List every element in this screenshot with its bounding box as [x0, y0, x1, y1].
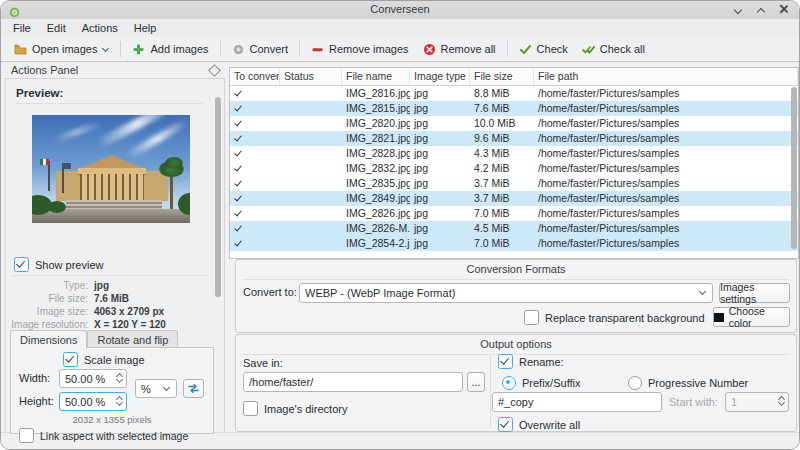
- chevron-down-icon: [102, 46, 109, 53]
- chevron-down-icon: [164, 385, 170, 391]
- remove-images-button[interactable]: Remove images: [304, 41, 415, 58]
- start-with-spinbox[interactable]: 1: [725, 392, 789, 412]
- table-row[interactable]: IMG_2821.jpgjpg9.6 MiB/home/faster/Pictu…: [230, 131, 798, 146]
- images-directory-row: Image's directory: [243, 401, 347, 416]
- width-spinbox[interactable]: 50.00 %: [59, 369, 127, 388]
- maximize-icon[interactable]: [756, 4, 766, 14]
- tab-dimensions[interactable]: Dimensions: [10, 330, 87, 349]
- plus-icon: [132, 43, 145, 56]
- show-preview-checkbox[interactable]: [14, 257, 29, 272]
- to-convert-cell[interactable]: [230, 236, 280, 251]
- save-in-label: Save in:: [243, 357, 283, 369]
- to-convert-cell[interactable]: [230, 176, 280, 191]
- replace-bg-checkbox[interactable]: [524, 310, 539, 325]
- menu-actions[interactable]: Actions: [74, 22, 126, 34]
- column-header[interactable]: Image type: [410, 68, 470, 85]
- images-settings-button[interactable]: Images settings: [719, 283, 790, 303]
- preview-image: [32, 115, 190, 223]
- scale-image-label: Scale image: [84, 354, 145, 366]
- scale-image-checkbox[interactable]: [63, 352, 78, 367]
- save-in-input[interactable]: /home/faster/: [243, 372, 463, 392]
- rename-pattern-input[interactable]: #_copy: [492, 392, 662, 412]
- close-icon[interactable]: [779, 4, 789, 14]
- check-icon: [234, 209, 243, 218]
- table-row[interactable]: IMG_2820.jpgjpg10.0 MiB/home/faster/Pict…: [230, 116, 798, 131]
- remove-all-button[interactable]: Remove all: [416, 41, 503, 58]
- flag: [40, 159, 49, 165]
- float-panel-icon[interactable]: [208, 64, 221, 77]
- actions-panel-body: Preview:: [5, 78, 225, 435]
- overwrite-all-label: Overwrite all: [519, 419, 580, 431]
- open-images-button[interactable]: Open images: [7, 41, 116, 58]
- check-all-button[interactable]: Check all: [575, 41, 652, 58]
- swap-dimensions-button[interactable]: [183, 379, 204, 398]
- prefix-suffix-radio[interactable]: [502, 376, 516, 390]
- images-directory-checkbox[interactable]: [243, 401, 258, 416]
- format-dropdown[interactable]: WEBP - (WebP Image Format): [299, 283, 713, 303]
- check-button[interactable]: Check: [512, 41, 575, 58]
- table-row[interactable]: IMG_2826-M...jpg4.5 MiB/home/faster/Pict…: [230, 221, 798, 236]
- table-row[interactable]: IMG_2826.jpgjpg7.0 MiB/home/faster/Pictu…: [230, 206, 798, 221]
- to-convert-cell[interactable]: [230, 116, 280, 131]
- table-row[interactable]: IMG_2854-2.j...jpg7.0 MiB/home/faster/Pi…: [230, 236, 798, 251]
- progressive-number-label: Progressive Number: [648, 377, 748, 389]
- choose-color-button[interactable]: Choose color: [713, 307, 790, 327]
- to-convert-cell[interactable]: [230, 101, 280, 116]
- convert-button[interactable]: Convert: [225, 41, 296, 58]
- status-cell: [280, 131, 342, 146]
- column-header[interactable]: To convert: [230, 68, 280, 85]
- to-convert-cell[interactable]: [230, 86, 280, 101]
- table-scrollbar[interactable]: [791, 87, 797, 249]
- table-row[interactable]: IMG_2816.jpgjpg8.8 MiB/home/faster/Pictu…: [230, 86, 798, 101]
- table-row[interactable]: IMG_2849.jpgjpg3.7 MiB/home/faster/Pictu…: [230, 191, 798, 206]
- swap-icon: [188, 383, 199, 394]
- flag: [62, 163, 71, 169]
- progressive-number-radio[interactable]: [628, 376, 642, 390]
- unit-dropdown[interactable]: %: [135, 379, 177, 398]
- to-convert-cell[interactable]: [230, 161, 280, 176]
- column-header[interactable]: File name: [342, 68, 410, 85]
- conversion-formats-title: Conversion Formats: [236, 263, 796, 275]
- file-path-cell: /home/faster/Pictures/samples: [534, 131, 798, 146]
- rename-checkbox[interactable]: [498, 354, 513, 369]
- overwrite-all-checkbox[interactable]: [498, 417, 513, 432]
- link-aspect-checkbox[interactable]: [19, 428, 34, 443]
- check-icon: [519, 43, 532, 56]
- spin-arrows-icon[interactable]: [117, 395, 123, 405]
- minimize-icon[interactable]: [733, 4, 743, 14]
- image-type-cell: jpg: [410, 191, 470, 206]
- spin-arrows-icon[interactable]: [117, 372, 123, 382]
- image-type-cell: jpg: [410, 131, 470, 146]
- file-name-cell: IMG_2854-2.j...: [342, 236, 410, 251]
- to-convert-cell[interactable]: [230, 191, 280, 206]
- column-header[interactable]: Status: [280, 68, 342, 85]
- toolbar-separator: [507, 41, 508, 57]
- browse-button[interactable]: ...: [467, 372, 485, 392]
- panel-scrollbar[interactable]: [215, 97, 221, 297]
- to-convert-cell[interactable]: [230, 131, 280, 146]
- to-convert-cell[interactable]: [230, 206, 280, 221]
- replace-bg-row: Replace transparent background: [524, 310, 705, 325]
- height-spinbox[interactable]: 50.00 %: [59, 392, 127, 411]
- link-aspect-label: Link aspect with selected image: [40, 430, 188, 442]
- to-convert-cell[interactable]: [230, 221, 280, 236]
- menu-edit[interactable]: Edit: [39, 22, 74, 34]
- column-header[interactable]: File size: [470, 68, 534, 85]
- to-convert-cell[interactable]: [230, 146, 280, 161]
- status-cell: [280, 221, 342, 236]
- table-row[interactable]: IMG_2832.jpgjpg4.2 MiB/home/faster/Pictu…: [230, 161, 798, 176]
- image-type-cell: jpg: [410, 176, 470, 191]
- add-images-button[interactable]: Add images: [125, 41, 215, 58]
- table-row[interactable]: IMG_2828.jpgjpg4.3 MiB/home/faster/Pictu…: [230, 146, 798, 161]
- column-header[interactable]: File path: [534, 68, 798, 85]
- check-icon: [234, 149, 243, 158]
- images-settings-label: Images settings: [720, 281, 789, 305]
- table-body: IMG_2816.jpgjpg8.8 MiB/home/faster/Pictu…: [230, 86, 798, 251]
- height-label: Height:: [19, 395, 54, 407]
- table-row[interactable]: IMG_2835.jpgjpg3.7 MiB/home/faster/Pictu…: [230, 176, 798, 191]
- menu-help[interactable]: Help: [126, 22, 165, 34]
- titlebar[interactable]: Converseen: [1, 1, 799, 20]
- table-row[interactable]: IMG_2815.jpgjpg7.6 MiB/home/faster/Pictu…: [230, 101, 798, 116]
- file-name-cell: IMG_2849.jpg: [342, 191, 410, 206]
- menu-file[interactable]: File: [5, 22, 39, 34]
